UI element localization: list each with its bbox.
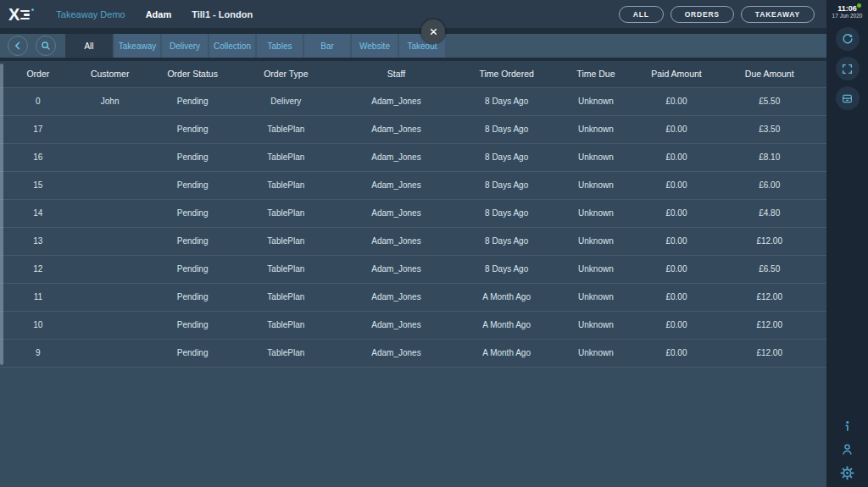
column-header[interactable]: Staff — [331, 61, 462, 87]
table-cell: £5.50 — [712, 87, 826, 115]
table-cell: Pending — [144, 87, 242, 115]
table-cell: Adam_Jones — [331, 115, 462, 143]
table-row[interactable]: 16PendingTablePlanAdam_Jones8 Days AgoUn… — [0, 143, 826, 171]
table-cell: TablePlan — [242, 143, 331, 171]
user-name[interactable]: Adam — [146, 9, 172, 19]
table-cell: 0 — [0, 87, 76, 115]
store-name[interactable]: Takeaway Demo — [56, 9, 125, 19]
header-button-takeaway[interactable]: TAKEAWAY — [741, 6, 815, 23]
table-row[interactable]: 17PendingTablePlanAdam_Jones8 Days AgoUn… — [0, 115, 826, 143]
clock-time: 11:06 — [826, 4, 868, 13]
table-cell: Adam_Jones — [331, 311, 462, 339]
table-row[interactable]: 9PendingTablePlanAdam_JonesA Month AgoUn… — [0, 339, 826, 367]
table-cell: 8 Days Ago — [462, 143, 551, 171]
table-cell: Adam_Jones — [331, 255, 462, 283]
table-cell: £12.00 — [712, 311, 826, 339]
scrollbar[interactable] — [0, 64, 3, 365]
table-cell: TablePlan — [242, 227, 331, 255]
table-cell: 8 Days Ago — [462, 171, 551, 199]
table-cell: Unknown — [551, 227, 640, 255]
table-row[interactable]: 14PendingTablePlanAdam_Jones8 Days AgoUn… — [0, 199, 826, 227]
table-cell: A Month Ago — [462, 311, 551, 339]
column-header[interactable]: Due Amount — [712, 61, 826, 87]
header-button-orders[interactable]: ORDERS — [670, 6, 734, 23]
table-cell: 17 — [0, 115, 76, 143]
user-button[interactable] — [840, 442, 854, 457]
gear-icon — [839, 465, 855, 481]
table-cell — [76, 115, 144, 143]
table-cell: Adam_Jones — [331, 227, 462, 255]
orders-table-head-row: OrderCustomerOrder StatusOrder TypeStaff… — [0, 61, 826, 87]
table-cell: £0.00 — [641, 255, 713, 283]
sync-button[interactable] — [836, 27, 860, 51]
table-row[interactable]: 13PendingTablePlanAdam_Jones8 Days AgoUn… — [0, 227, 826, 255]
cash-drawer-icon — [841, 92, 854, 105]
settings-button[interactable] — [839, 465, 855, 481]
column-header[interactable]: Paid Amount — [641, 61, 713, 87]
close-button[interactable] — [421, 19, 445, 43]
back-button[interactable] — [8, 36, 28, 56]
table-cell: Unknown — [551, 311, 640, 339]
table-cell: 8 Days Ago — [462, 227, 551, 255]
tab-bar[interactable]: Bar — [304, 34, 350, 58]
table-cell: Pending — [144, 339, 242, 367]
header-button-all[interactable]: ALL — [619, 6, 664, 23]
chevron-left-icon — [12, 40, 24, 52]
fullscreen-icon — [841, 63, 854, 75]
tab-tables[interactable]: Tables — [257, 34, 303, 58]
table-cell: Unknown — [551, 171, 640, 199]
table-row[interactable]: 10PendingTablePlanAdam_JonesA Month AgoU… — [0, 311, 826, 339]
table-cell: Pending — [144, 171, 242, 199]
table-row[interactable]: 0JohnPendingDeliveryAdam_Jones8 Days Ago… — [0, 87, 826, 115]
table-cell: TablePlan — [242, 115, 331, 143]
table-row[interactable]: 12PendingTablePlanAdam_Jones8 Days AgoUn… — [0, 255, 826, 283]
table-row[interactable]: 11PendingTablePlanAdam_JonesA Month AgoU… — [0, 283, 826, 311]
table-cell: 8 Days Ago — [462, 87, 551, 115]
table-cell: Adam_Jones — [331, 171, 462, 199]
tab-delivery[interactable]: Delivery — [162, 34, 208, 58]
table-cell: £0.00 — [641, 143, 713, 171]
fullscreen-button[interactable] — [836, 57, 860, 80]
tab-collection[interactable]: Collection — [209, 34, 255, 58]
table-cell: TablePlan — [242, 255, 331, 283]
column-header[interactable]: Order Status — [144, 61, 242, 87]
table-cell: 11 — [0, 283, 76, 311]
close-icon — [428, 26, 439, 37]
tab-takeaway[interactable]: Takeaway — [114, 34, 160, 58]
orders-panel: OrderCustomerOrder StatusOrder TypeStaff… — [0, 61, 826, 487]
table-cell: TablePlan — [242, 311, 331, 339]
tab-website[interactable]: Website — [352, 34, 398, 58]
logo-dot-icon — [31, 8, 34, 11]
till-name[interactable]: Till1 - London — [192, 9, 253, 19]
column-header[interactable]: Time Ordered — [462, 61, 551, 87]
table-cell: £6.00 — [712, 171, 826, 199]
info-button[interactable] — [840, 419, 854, 434]
sidebar-actions — [836, 27, 860, 110]
table-cell: A Month Ago — [462, 283, 551, 311]
table-cell: Pending — [144, 143, 242, 171]
column-header[interactable]: Customer — [76, 61, 144, 87]
table-cell: £0.00 — [641, 87, 713, 115]
table-cell: £0.00 — [641, 311, 713, 339]
column-header[interactable]: Order — [0, 61, 76, 87]
top-bar: X Takeaway Demo Adam Till1 - London ALLO… — [0, 0, 826, 28]
table-cell: Pending — [144, 311, 242, 339]
table-cell: 12 — [0, 255, 76, 283]
logo-letter: X — [8, 5, 19, 24]
search-button[interactable] — [36, 36, 56, 56]
table-cell: £0.00 — [641, 339, 713, 367]
tab-all[interactable]: All — [65, 34, 113, 58]
table-cell: Adam_Jones — [331, 283, 462, 311]
sync-icon — [841, 32, 854, 46]
table-cell: Pending — [144, 227, 242, 255]
table-cell: John — [76, 87, 144, 115]
cash-drawer-button[interactable] — [836, 86, 860, 110]
header-buttons: ALLORDERSTAKEAWAY — [619, 6, 818, 23]
table-cell: 8 Days Ago — [462, 199, 551, 227]
table-cell: Pending — [144, 283, 242, 311]
table-cell: £6.50 — [712, 255, 826, 283]
table-cell: £8.10 — [712, 143, 826, 171]
table-row[interactable]: 15PendingTablePlanAdam_Jones8 Days AgoUn… — [0, 171, 826, 199]
column-header[interactable]: Order Type — [242, 61, 331, 87]
column-header[interactable]: Time Due — [551, 61, 640, 87]
